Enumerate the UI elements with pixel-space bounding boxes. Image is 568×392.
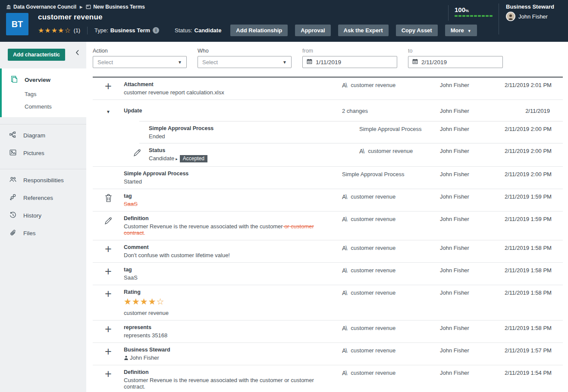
- asset-link[interactable]: customer revenue: [351, 370, 395, 376]
- row-detail: represents 35168: [124, 332, 333, 339]
- row-title: Definition: [124, 369, 333, 375]
- row-title: represents: [124, 324, 333, 330]
- asset-type-icon: A\: [342, 325, 347, 332]
- collapse-sidebar-icon[interactable]: [75, 50, 79, 57]
- row-detail: Ended: [149, 133, 333, 140]
- rating-stars[interactable]: ★★★★☆: [38, 27, 71, 34]
- row-title-cell: Simple Approval ProcessEnded: [149, 125, 342, 140]
- history-icon: [9, 211, 17, 220]
- asset-link[interactable]: customer revenue: [351, 216, 395, 222]
- plus-icon[interactable]: +: [105, 289, 112, 298]
- breadcrumb-community[interactable]: Data Governance Council: [6, 4, 76, 10]
- row-title-cell: tagSaaS: [124, 193, 342, 207]
- pencil-icon[interactable]: [104, 216, 113, 225]
- asset-text: Simple Approval Process: [342, 171, 405, 177]
- asset-type-icon: A\: [342, 347, 347, 354]
- sidebar-item-references[interactable]: References: [0, 189, 86, 207]
- breadcrumb-domain[interactable]: New Business Terms: [86, 4, 145, 10]
- asset-link[interactable]: customer revenue: [351, 325, 395, 331]
- row-action-cell: +: [93, 324, 124, 333]
- info-icon[interactable]: i: [153, 27, 159, 34]
- completeness-segment: [462, 15, 465, 17]
- row-action-cell: +: [93, 347, 124, 356]
- row-detail: Don't confuse with customer lifetime val…: [124, 252, 333, 258]
- row-user: John Fisher: [440, 147, 505, 154]
- plus-icon[interactable]: +: [105, 267, 112, 276]
- asset-link[interactable]: customer revenue: [351, 347, 395, 354]
- sidebar-item-tags[interactable]: Tags: [2, 88, 86, 100]
- plus-icon[interactable]: +: [105, 347, 112, 356]
- row-asset-cell: A\customer revenue: [342, 369, 440, 376]
- trash-icon[interactable]: [104, 193, 113, 202]
- caret-down-icon[interactable]: ▼: [106, 108, 110, 114]
- sidebar-item-files[interactable]: Files: [0, 224, 86, 242]
- completeness-value: 100: [455, 6, 465, 13]
- row-title: Business Steward: [124, 347, 333, 353]
- completeness-segment: [458, 15, 461, 17]
- activity-table: +Attachmentcustomer revenue report calcu…: [93, 77, 563, 392]
- who-filter-select[interactable]: Select ▼: [198, 56, 292, 68]
- asset-link[interactable]: customer revenue: [351, 289, 395, 296]
- from-date-input[interactable]: 1/11/2019: [302, 56, 397, 68]
- plus-icon[interactable]: +: [105, 325, 112, 333]
- asset-type-icon: A\: [342, 370, 347, 376]
- row-user: John Fisher: [440, 347, 505, 354]
- breadcrumb-label: New Business Terms: [93, 4, 145, 10]
- approval-button[interactable]: Approval: [295, 25, 330, 36]
- plus-icon[interactable]: +: [105, 82, 112, 90]
- row-action-cell: +: [93, 81, 124, 90]
- plus-icon[interactable]: +: [105, 370, 112, 378]
- row-user: John Fisher: [440, 244, 505, 251]
- detail-segment: ▸: [176, 157, 178, 161]
- row-title-cell: StatusCandidate▸Accepted: [149, 147, 342, 162]
- asset-type-icon: A\: [342, 216, 347, 223]
- activity-row: +tagSaaSA\customer revenueJohn Fisher2/1…: [93, 263, 563, 285]
- sidebar-item-pictures[interactable]: Pictures: [0, 144, 86, 162]
- activity-row: +representsrepresents 35168A\customer re…: [93, 320, 563, 343]
- sidebar-item-responsibilities[interactable]: Responsibilities: [0, 171, 86, 189]
- detail-segment: .: [144, 230, 145, 236]
- sidebar-item-diagram[interactable]: Diagram: [0, 127, 86, 144]
- detail-segment: John Fisher: [124, 355, 159, 361]
- add-relationship-button[interactable]: Add Relationship: [230, 25, 288, 36]
- asset-link[interactable]: customer revenue: [368, 148, 413, 154]
- to-date-input[interactable]: 2/11/2019: [408, 56, 503, 68]
- plus-icon[interactable]: +: [105, 245, 112, 253]
- row-user: John Fisher: [440, 289, 505, 296]
- sidebar-item-history[interactable]: History: [0, 207, 86, 224]
- asset-link[interactable]: customer revenue: [351, 193, 395, 200]
- action-filter-select[interactable]: Select ▼: [93, 56, 187, 68]
- sidebar-item-comments[interactable]: Comments: [2, 100, 86, 113]
- asset-link[interactable]: customer revenue: [351, 82, 395, 88]
- completeness-segment: [482, 15, 485, 17]
- row-title: Attachment: [124, 81, 333, 87]
- user-avatar[interactable]: [506, 12, 515, 21]
- ask-the-expert-button[interactable]: Ask the Expert: [338, 25, 389, 36]
- completeness-bar: [455, 15, 493, 17]
- asset-link[interactable]: customer revenue: [351, 245, 395, 251]
- row-asset-cell: A\customer revenue: [342, 324, 440, 332]
- row-timestamp: 2/11/2019: [505, 107, 550, 114]
- divider: [87, 27, 88, 34]
- asset-type-icon: A\: [342, 245, 347, 252]
- asset-type-icon: A\: [342, 82, 347, 89]
- row-asset-cell: A\customer revenue: [342, 244, 440, 252]
- user-name: John Fisher: [518, 13, 548, 20]
- pencil-icon[interactable]: [132, 148, 142, 157]
- row-user: John Fisher: [440, 171, 505, 177]
- row-title: Simple Approval Process: [149, 125, 333, 131]
- asset-link[interactable]: customer revenue: [351, 267, 395, 274]
- status-label: Status:: [175, 27, 192, 34]
- add-characteristic-button[interactable]: Add characteristic: [8, 49, 65, 61]
- row-title-cell: Attachmentcustomer revenue report calcul…: [124, 81, 342, 96]
- sidebar-item-overview[interactable]: Overview: [2, 74, 86, 88]
- activity-row: Simple Approval ProcessStartedSimple App…: [93, 167, 563, 189]
- responsibilities-icon: [9, 176, 17, 185]
- community-icon: [6, 4, 11, 9]
- completeness-segment: [466, 15, 469, 17]
- activity-row: +CommentDon't confuse with customer life…: [93, 240, 563, 263]
- copy-asset-button[interactable]: Copy Asset: [396, 25, 438, 36]
- row-action-cell: [93, 215, 124, 225]
- rating-stars[interactable]: ★★★★☆: [124, 297, 333, 306]
- detail-segment: Don't confuse with customer lifetime val…: [124, 252, 230, 258]
